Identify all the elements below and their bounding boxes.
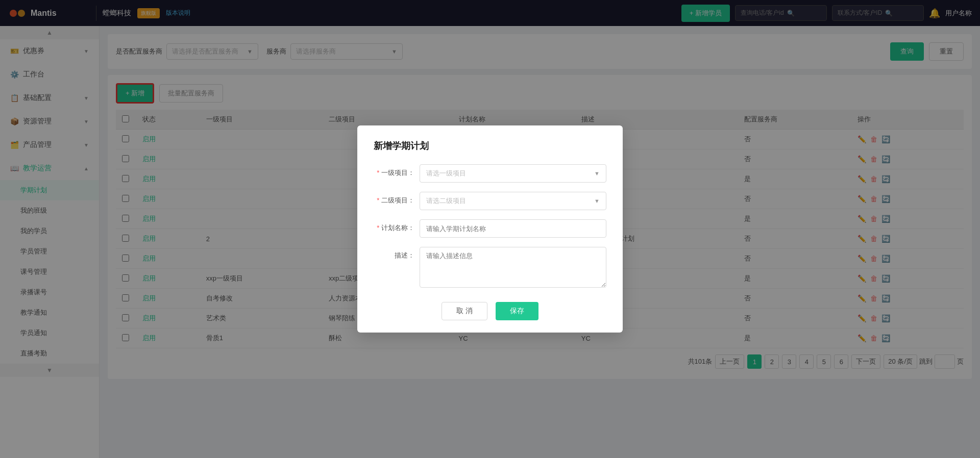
form-row-level2: 二级项目： 请选二级项目 ▼: [374, 192, 606, 210]
level2-select[interactable]: 请选二级项目 ▼: [420, 192, 606, 210]
chevron-down-icon: ▼: [594, 170, 600, 176]
form-label-plan: 计划名称：: [374, 219, 414, 233]
level1-select[interactable]: 请选一级项目 ▼: [420, 164, 606, 183]
chevron-down-icon: ▼: [594, 198, 600, 204]
plan-name-input[interactable]: [420, 219, 606, 238]
modal-overlay[interactable]: 新增学期计划 一级项目： 请选一级项目 ▼ 二级项目： 请选二级项目 ▼ 计划名…: [0, 0, 980, 458]
form-row-level1: 一级项目： 请选一级项目 ▼: [374, 164, 606, 183]
cancel-button[interactable]: 取 消: [442, 302, 487, 320]
desc-textarea[interactable]: [420, 247, 606, 288]
level2-placeholder: 请选二级项目: [426, 196, 466, 206]
modal-footer: 取 消 保存: [374, 302, 606, 320]
form-label-level2: 二级项目：: [374, 192, 414, 205]
form-row-desc: 描述：: [374, 247, 606, 288]
modal-title: 新增学期计划: [374, 140, 606, 152]
form-label-level1: 一级项目：: [374, 164, 414, 177]
form-row-plan-name: 计划名称：: [374, 219, 606, 238]
add-semester-plan-modal: 新增学期计划 一级项目： 请选一级项目 ▼ 二级项目： 请选二级项目 ▼ 计划名…: [357, 125, 623, 333]
level1-placeholder: 请选一级项目: [426, 169, 466, 178]
form-label-desc: 描述：: [374, 247, 414, 260]
save-button[interactable]: 保存: [496, 302, 538, 320]
